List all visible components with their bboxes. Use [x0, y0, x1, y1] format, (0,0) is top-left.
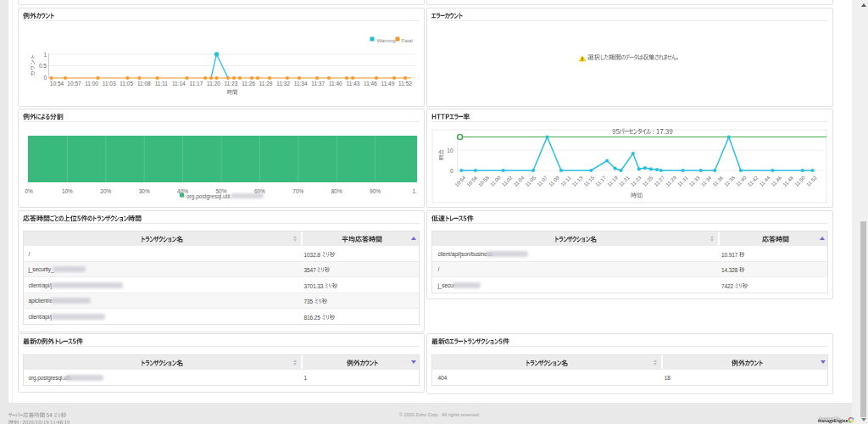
svg-text:0%: 0%: [25, 188, 33, 194]
svg-text:11:50: 11:50: [793, 175, 806, 187]
svg-text:11:17: 11:17: [595, 175, 608, 187]
svg-text:org.postgresql.util.: org.postgresql.util.: [186, 193, 231, 200]
svg-text:11:42: 11:42: [747, 175, 760, 187]
svg-text:70%: 70%: [292, 188, 303, 194]
svg-text:11:11: 11:11: [559, 175, 572, 187]
svg-text:Fatal: Fatal: [402, 38, 413, 43]
svg-text:11:00: 11:00: [489, 175, 502, 187]
svg-text:11:05: 11:05: [525, 175, 537, 187]
svg-text:11:04: 11:04: [513, 175, 526, 187]
svg-text:11:40: 11:40: [329, 81, 342, 86]
svg-text:11:46: 11:46: [364, 81, 377, 86]
svg-text:11:49: 11:49: [381, 81, 395, 86]
svg-text:10:54: 10:54: [50, 81, 64, 86]
svg-text:11:17: 11:17: [190, 81, 203, 86]
svg-text:11:14: 11:14: [172, 81, 186, 86]
svg-text:11:00: 11:00: [85, 81, 98, 86]
svg-text:11:29: 11:29: [665, 175, 677, 187]
svg-text:11:38: 11:38: [723, 175, 736, 187]
svg-text:11:33: 11:33: [688, 175, 701, 187]
svg-text:11:19: 11:19: [606, 175, 619, 187]
svg-text:11:32: 11:32: [276, 81, 290, 86]
svg-text:11:15: 11:15: [583, 175, 596, 187]
svg-text:11:20: 11:20: [207, 81, 220, 86]
svg-text:11:23: 11:23: [225, 81, 238, 86]
svg-text:10:54: 10:54: [454, 175, 467, 187]
svg-text:11:21: 11:21: [618, 175, 631, 187]
svg-text:Warning: Warning: [377, 38, 396, 43]
svg-text:80%: 80%: [331, 188, 342, 194]
svg-text:11:08: 11:08: [137, 81, 151, 86]
svg-text:11:52: 11:52: [805, 175, 818, 187]
svg-text:11:34: 11:34: [700, 175, 713, 187]
svg-text:0: 0: [43, 75, 47, 81]
svg-text:11:31: 11:31: [676, 175, 689, 187]
svg-text:11:29: 11:29: [259, 81, 273, 86]
svg-text:10: 10: [447, 148, 453, 153]
svg-text:11:09: 11:09: [548, 175, 560, 187]
svg-text:11:02: 11:02: [501, 175, 514, 187]
svg-text:1.: 1.: [413, 188, 418, 194]
svg-text:10%: 10%: [62, 188, 73, 194]
svg-text:11:27: 11:27: [654, 175, 666, 187]
svg-text:11:34: 11:34: [294, 81, 308, 86]
svg-text:11:46: 11:46: [771, 175, 783, 187]
svg-text:11:05: 11:05: [120, 81, 133, 86]
svg-text:11:26: 11:26: [242, 81, 255, 86]
svg-text:11:25: 11:25: [642, 175, 654, 187]
svg-text:10:56: 10:56: [465, 175, 478, 187]
svg-text:11:37: 11:37: [311, 81, 325, 86]
svg-text:10:58: 10:58: [477, 175, 490, 187]
svg-text:11:11: 11:11: [155, 81, 169, 86]
svg-text:11:40: 11:40: [735, 175, 748, 187]
svg-text:11:44: 11:44: [759, 175, 771, 187]
svg-text:11:43: 11:43: [347, 81, 360, 86]
svg-text:20%: 20%: [100, 188, 111, 194]
svg-text:30%: 30%: [139, 188, 150, 194]
svg-text:11:23: 11:23: [630, 175, 643, 187]
svg-text:90%: 90%: [370, 188, 381, 194]
svg-text:0.5: 0.5: [39, 63, 47, 69]
svg-text:10:57: 10:57: [67, 81, 81, 86]
svg-text:11:48: 11:48: [782, 175, 795, 187]
svg-text:0: 0: [450, 168, 453, 174]
svg-text:11:03: 11:03: [103, 81, 116, 86]
svg-text:11:52: 11:52: [398, 81, 412, 86]
svg-text:11:36: 11:36: [712, 175, 725, 187]
svg-text:11:07: 11:07: [537, 175, 549, 187]
svg-text:11:13: 11:13: [571, 175, 584, 187]
svg-text:1: 1: [43, 52, 47, 58]
